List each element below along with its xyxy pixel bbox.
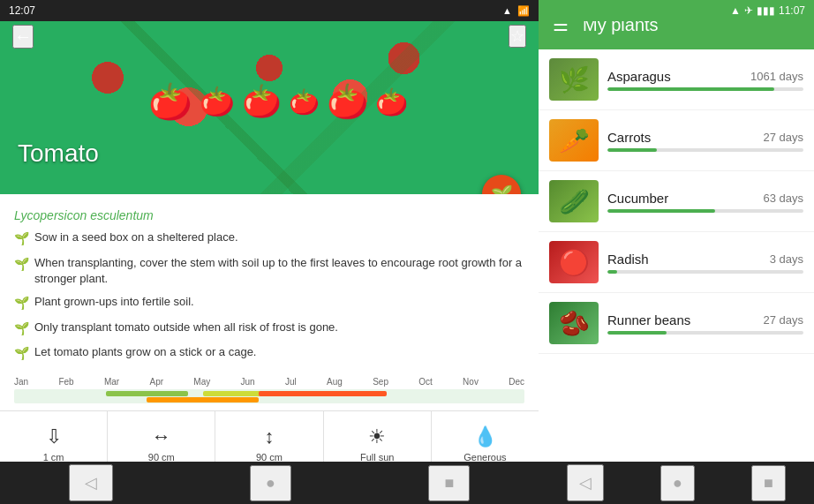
- tip-1: 🌱 Sow in a seed box on a sheltered place…: [14, 229, 524, 248]
- plant-row-cucumber[interactable]: 🥒 Cucumber 63 days: [539, 171, 814, 232]
- plant-progress-bar-cucumber: [607, 209, 715, 213]
- plant-info-cucumber: Cucumber 63 days: [607, 191, 803, 213]
- calendar-bars: [14, 389, 524, 403]
- left-panel: 12:07 ▲ 📶 🍅 🍅 🍅 🍅 🍅 🍅 ← ☆ Tomato 🌱: [0, 0, 539, 504]
- tip-icon-1: 🌱: [14, 230, 29, 248]
- tip-icon-4: 🌱: [14, 320, 29, 338]
- latin-name: Lycopersicon esculentum: [0, 201, 539, 226]
- sun-label: Full sun: [360, 452, 395, 463]
- right-bottom-nav: ◁ ● ■: [539, 462, 814, 504]
- plant-hero-title: Tomato: [18, 139, 99, 168]
- plant-days-cucumber: 63 days: [763, 192, 803, 205]
- tip-icon-5: 🌱: [14, 345, 29, 363]
- plant-name-runner-beans: Runner beans: [607, 312, 690, 327]
- signal-icon: 📶: [517, 5, 530, 17]
- plant-progress-bar-asparagus: [607, 87, 774, 91]
- plant-info-asparagus: Asparagus 1061 days: [607, 69, 803, 91]
- nav-back-button[interactable]: ◁: [69, 464, 113, 501]
- plant-progress-asparagus: [607, 87, 803, 91]
- tip-5: 🌱 Let tomato plants grow on a stick or a…: [14, 344, 524, 363]
- right-status-bar: ▲ ✈ ▮▮▮ 11:07: [539, 0, 814, 21]
- plant-progress-carrots: [607, 148, 803, 152]
- plant-progress-bar-radish: [607, 270, 617, 274]
- left-status-bar: 12:07 ▲ 📶: [0, 0, 539, 21]
- plant-row-carrots[interactable]: 🥕 Carrots 27 days: [539, 110, 814, 171]
- tip-icon-3: 🌱: [14, 295, 29, 312]
- right-wifi-icon: ▲: [730, 4, 741, 17]
- detail-scroll[interactable]: Lycopersicon esculentum 🌱 Sow in a seed …: [0, 194, 539, 504]
- plant-thumb-runner-beans: 🫘: [549, 302, 599, 344]
- plant-progress-runner-beans: [607, 331, 803, 335]
- spacing-icon: ↔: [152, 425, 171, 448]
- right-airplane-icon: ✈: [744, 4, 753, 17]
- nav-home-button[interactable]: ●: [250, 465, 291, 501]
- depth-icon: ⇩: [46, 425, 62, 448]
- spacing-label: 90 cm: [148, 452, 175, 463]
- right-nav-home-button[interactable]: ●: [660, 465, 695, 501]
- planting-calendar: JanFebMarApr MayJunJulAug SepOctNovDec: [0, 373, 539, 410]
- depth-label: 1 cm: [43, 452, 64, 463]
- right-battery-icon: ▮▮▮: [757, 4, 775, 17]
- height-icon: ↕: [264, 425, 274, 448]
- tip-2: 🌱 When transplanting, cover the stem wit…: [14, 255, 524, 287]
- height-label: 90 cm: [256, 452, 283, 463]
- tip-3: 🌱 Plant grown-ups into fertile soil.: [14, 294, 524, 312]
- nav-recent-button[interactable]: ■: [428, 465, 470, 501]
- plant-row-radish[interactable]: 🔴 Radish 3 days: [539, 232, 814, 293]
- right-nav-recent-button[interactable]: ■: [751, 465, 786, 501]
- tip-icon-2: 🌱: [14, 256, 29, 274]
- plant-name-asparagus: Asparagus: [607, 69, 671, 84]
- plant-thumb-radish: 🔴: [549, 241, 599, 283]
- month-labels: JanFebMarApr MayJunJulAug SepOctNovDec: [14, 377, 524, 387]
- plant-thumb-asparagus: 🌿: [549, 58, 599, 101]
- plant-info-radish: Radish 3 days: [607, 252, 803, 274]
- favorite-button[interactable]: ☆: [509, 25, 526, 48]
- back-button[interactable]: ←: [12, 25, 34, 49]
- right-nav-back-button[interactable]: ◁: [567, 464, 604, 501]
- plant-thumb-cucumber: 🥒: [549, 180, 599, 222]
- plant-info-carrots: Carrots 27 days: [607, 130, 803, 152]
- tip-4: 🌱 Only transplant tomato outside when al…: [14, 320, 524, 338]
- plant-progress-cucumber: [607, 209, 803, 213]
- plant-days-carrots: 27 days: [763, 131, 803, 144]
- plant-list[interactable]: 🌿 Asparagus 1061 days 🥕 Carrots: [539, 49, 814, 462]
- left-time: 12:07: [9, 4, 35, 17]
- plant-days-runner-beans: 27 days: [763, 313, 803, 327]
- plant-days-radish: 3 days: [770, 252, 803, 266]
- water-icon: 💧: [473, 425, 497, 448]
- plant-name-cucumber: Cucumber: [607, 191, 668, 206]
- sun-icon: ☀: [368, 425, 386, 448]
- plant-name-radish: Radish: [607, 252, 649, 267]
- left-bottom-nav: ◁ ● ■: [0, 462, 539, 504]
- plant-row-runner-beans[interactable]: 🫘 Runner beans 27 days: [539, 293, 814, 354]
- plant-days-asparagus: 1061 days: [750, 70, 803, 83]
- hero-image: 🍅 🍅 🍅 🍅 🍅 🍅 ← ☆ Tomato 🌱: [0, 0, 539, 194]
- plant-row-asparagus[interactable]: 🌿 Asparagus 1061 days: [539, 49, 814, 110]
- plant-thumb-carrots: 🥕: [549, 119, 599, 162]
- wifi-icon: ▲: [502, 5, 512, 17]
- plant-progress-bar-carrots: [607, 148, 657, 152]
- tips-list: 🌱 Sow in a seed box on a sheltered place…: [0, 226, 539, 373]
- right-time: 11:07: [779, 4, 805, 17]
- water-label: Generous: [464, 452, 506, 463]
- plant-progress-radish: [607, 270, 803, 274]
- right-panel: ▲ ✈ ▮▮▮ 11:07 ☰ My plants 🌿 Asparagus 10…: [539, 0, 814, 504]
- plant-progress-bar-runner-beans: [607, 331, 667, 335]
- plant-name-carrots: Carrots: [607, 130, 651, 145]
- plant-info-runner-beans: Runner beans 27 days: [607, 312, 803, 335]
